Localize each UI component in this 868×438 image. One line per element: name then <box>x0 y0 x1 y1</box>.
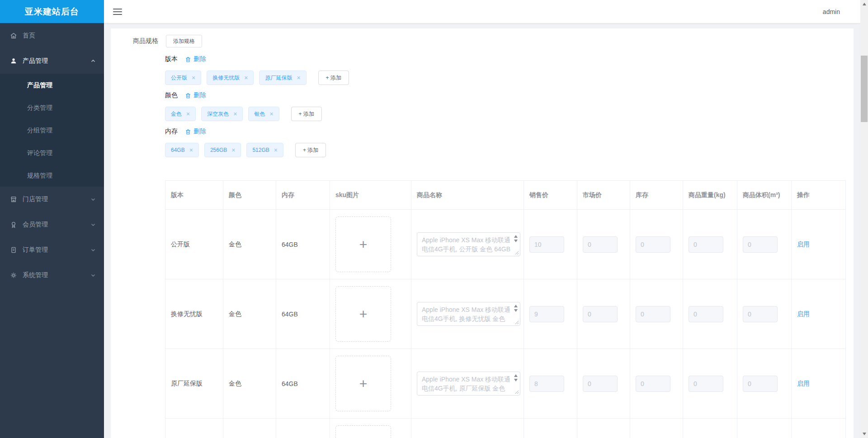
add-tag-button[interactable]: + 添加 <box>295 143 326 157</box>
resize-handle-icon[interactable] <box>515 251 519 255</box>
product-name-textarea[interactable] <box>417 302 520 326</box>
column-header: 内存 <box>276 181 330 210</box>
product-name-textarea[interactable] <box>417 372 520 396</box>
scrollbar-thumb[interactable] <box>861 56 868 122</box>
spec-group: 内存 删除 64GB × 256GB × 512GB × + 添加 <box>165 127 854 157</box>
sidebar-item-system-management[interactable]: 系统管理 <box>0 263 104 288</box>
weight-input[interactable] <box>689 306 723 322</box>
tag-close-icon[interactable]: × <box>274 147 278 153</box>
sku-upload-box[interactable]: + <box>335 217 391 272</box>
tag-close-icon[interactable]: × <box>186 111 190 117</box>
volume-input[interactable] <box>743 236 778 253</box>
market-price-input[interactable] <box>583 376 618 392</box>
table-row: + <box>165 419 846 438</box>
spec-tag[interactable]: 换修无忧版 × <box>207 71 254 85</box>
add-tag-button[interactable]: + 添加 <box>291 107 322 121</box>
market-price-input[interactable] <box>583 306 618 322</box>
sidebar-item-store-management[interactable]: 门店管理 <box>0 187 104 212</box>
sidebar-item-category-management[interactable]: 分类管理 <box>0 96 104 119</box>
delete-spec-link[interactable]: 删除 <box>185 91 206 99</box>
resize-handle-icon[interactable] <box>515 390 519 394</box>
spec-tag[interactable]: 256GB × <box>204 143 241 157</box>
page-scrollbar[interactable] <box>860 0 868 438</box>
weight-input[interactable] <box>689 376 723 392</box>
sidebar-item-member-management[interactable]: 会员管理 <box>0 212 104 237</box>
sale-price-input[interactable] <box>529 376 564 392</box>
delete-spec-link[interactable]: 删除 <box>185 55 206 63</box>
spec-header: 商品规格 添加规格 <box>133 35 854 47</box>
volume-input[interactable] <box>743 306 778 322</box>
tag-close-icon[interactable]: × <box>189 147 193 153</box>
tag-close-icon[interactable]: × <box>233 111 237 117</box>
trash-icon <box>185 56 191 63</box>
sidebar-item-home[interactable]: 首页 <box>0 23 104 48</box>
column-header: 操作 <box>792 181 846 210</box>
column-header: 市场价 <box>577 181 630 210</box>
chevron-up-icon <box>90 58 96 64</box>
spec-tag[interactable]: 银色 × <box>248 107 279 121</box>
tag-close-icon[interactable]: × <box>269 111 273 117</box>
enable-link[interactable]: 启用 <box>797 310 810 317</box>
delete-label: 删除 <box>193 91 206 99</box>
sidebar-item-product-management-sub[interactable]: 产品管理 <box>0 74 104 96</box>
spec-tag[interactable]: 金色 × <box>165 107 196 121</box>
sidebar-item-label: 订单管理 <box>23 246 48 254</box>
volume-input[interactable] <box>743 376 778 392</box>
stock-input[interactable] <box>636 236 670 253</box>
sku-upload-box[interactable]: + <box>335 356 391 411</box>
textarea-scrollbar[interactable] <box>513 374 519 381</box>
enable-link[interactable]: 启用 <box>797 240 810 248</box>
scroll-up-icon[interactable] <box>863 3 866 5</box>
menu-toggle-icon[interactable] <box>113 9 122 15</box>
tag-close-icon[interactable]: × <box>297 75 300 81</box>
version-cell: 原厂延保版 <box>171 380 203 387</box>
shop-icon <box>10 196 17 203</box>
table-row: 换修无忧版 金色 64GB + 启用 <box>165 279 846 349</box>
product-name-textarea[interactable] <box>417 232 520 256</box>
sidebar: 亚米建站后台 首页 产品管理 产品管理 分类管理 分组管理 评论管理 规格管理 … <box>0 0 104 438</box>
version-cell: 公开版 <box>171 240 190 248</box>
enable-link[interactable]: 启用 <box>797 380 810 387</box>
spec-tag[interactable]: 512GB × <box>246 143 283 157</box>
sidebar-item-label: 会员管理 <box>23 221 48 229</box>
spec-tag[interactable]: 深空灰色 × <box>201 107 243 121</box>
scroll-down-icon[interactable] <box>863 433 866 435</box>
add-spec-button[interactable]: 添加规格 <box>166 35 202 47</box>
spec-tag[interactable]: 公开版 × <box>165 71 201 85</box>
user-icon <box>10 57 17 65</box>
sidebar-item-product-management[interactable]: 产品管理 <box>0 48 104 74</box>
textarea-scrollbar[interactable] <box>513 305 519 312</box>
spec-tag-list: 金色 × 深空灰色 × 银色 × + 添加 <box>165 107 854 121</box>
spec-tag[interactable]: 64GB × <box>165 143 199 157</box>
tag-close-icon[interactable]: × <box>244 75 248 81</box>
sale-price-input[interactable] <box>529 236 564 253</box>
sidebar-item-order-management[interactable]: 订单管理 <box>0 237 104 263</box>
user-menu[interactable]: admin <box>823 8 840 15</box>
resize-handle-icon[interactable] <box>515 320 519 325</box>
trash-icon <box>185 92 191 99</box>
upload-plus-icon: + <box>359 306 368 322</box>
column-header: 版本 <box>165 181 223 210</box>
stock-input[interactable] <box>636 376 670 392</box>
market-price-input[interactable] <box>583 236 618 253</box>
sku-upload-box[interactable]: + <box>335 425 391 438</box>
spec-tag[interactable]: 原厂延保版 × <box>259 71 306 85</box>
sidebar-item-group-management[interactable]: 分组管理 <box>0 119 104 141</box>
spec-group-head: 版本 删除 <box>165 55 854 63</box>
spec-group-name: 内存 <box>165 127 178 136</box>
sidebar-item-spec-management[interactable]: 规格管理 <box>0 164 104 187</box>
spec-tag-label: 256GB <box>210 147 227 153</box>
add-tag-button[interactable]: + 添加 <box>318 71 349 85</box>
delete-spec-link[interactable]: 删除 <box>185 127 206 136</box>
stock-input[interactable] <box>636 306 670 322</box>
spec-groups: 版本 删除 公开版 × 换修无忧版 × 原厂延保版 × + 添加 颜色 删除 金… <box>165 55 854 157</box>
tag-close-icon[interactable]: × <box>192 75 195 81</box>
weight-input[interactable] <box>689 236 723 253</box>
sidebar-item-comment-management[interactable]: 评论管理 <box>0 141 104 164</box>
textarea-scrollbar[interactable] <box>513 235 519 242</box>
spec-group-head: 颜色 删除 <box>165 91 854 99</box>
sidebar-item-label: 系统管理 <box>23 271 48 279</box>
sku-upload-box[interactable]: + <box>335 286 391 342</box>
tag-close-icon[interactable]: × <box>231 147 235 153</box>
sale-price-input[interactable] <box>529 306 564 322</box>
